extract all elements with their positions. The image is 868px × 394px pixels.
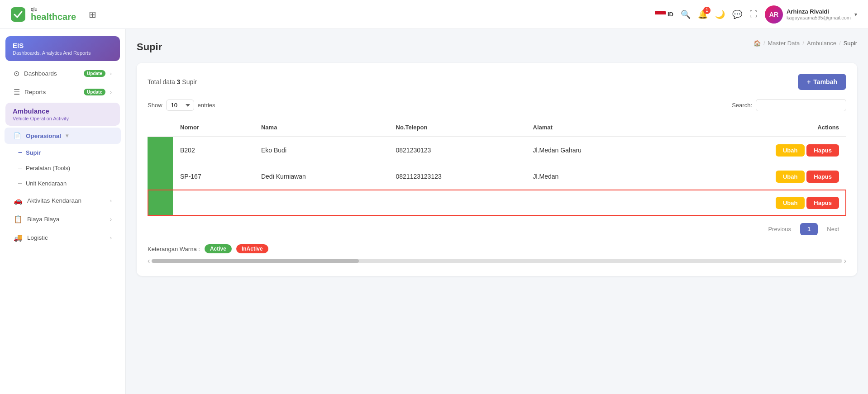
user-info: Arhinza Rivaldi kaguyasama535@gmail.com xyxy=(787,8,851,20)
logo-icon xyxy=(11,7,25,22)
scroll-right-icon[interactable]: › xyxy=(844,257,846,265)
navbar-left: qlu healthcare ⊞ xyxy=(11,7,96,22)
show-entries: Show 10 25 50 100 entries xyxy=(148,100,215,111)
search-icon[interactable]: 🔍 xyxy=(681,9,691,19)
page-title: Supir xyxy=(137,41,162,53)
data-table: Nomor Nama No.Telepon Alamat Actions B20… xyxy=(148,119,846,216)
theme-toggle-icon[interactable]: 🌙 xyxy=(715,9,725,19)
search-input[interactable] xyxy=(756,99,846,111)
biaya-chevron-icon: › xyxy=(110,216,112,223)
ambulance-subtitle: Vehicle Operation Activity xyxy=(13,116,113,121)
reports-icon: ☰ xyxy=(14,88,20,96)
scroll-bar[interactable]: ‹ › xyxy=(148,257,846,265)
search-label: Search: xyxy=(732,102,752,109)
eis-subtitle: Dashboards, Analytics And Reports xyxy=(13,50,113,56)
entries-label: entries xyxy=(198,102,215,109)
reports-badge: Update xyxy=(84,89,105,95)
notification-icon[interactable]: 🔔 1 xyxy=(698,9,708,19)
sidebar-item-operasional[interactable]: 📄 Operasional ▾ xyxy=(5,128,121,144)
avatar: AR xyxy=(765,5,783,24)
next-button[interactable]: Next xyxy=(820,223,846,235)
navbar: qlu healthcare ⊞ ID 🔍 🔔 1 🌙 💬 ⛶ AR Arhin… xyxy=(0,0,868,29)
aktivitas-label: Aktivitas Kendaraan xyxy=(27,197,105,204)
sidebar-item-dashboards[interactable]: ⊙ Dashboards Update › xyxy=(5,65,121,82)
supir-dot-icon: – xyxy=(18,148,22,157)
scroll-thumb xyxy=(152,259,359,263)
page-1-button[interactable]: 1 xyxy=(800,223,818,235)
breadcrumb-master-data[interactable]: Master Data xyxy=(768,40,800,47)
cell-alamat-empty xyxy=(526,190,669,216)
card-top: Total data 3 Supir + Tambah xyxy=(148,74,846,90)
pagination: Previous 1 Next xyxy=(148,223,846,235)
unit-kendaraan-label: Unit Kendaraan xyxy=(26,180,67,187)
cell-actions: Ubah Hapus xyxy=(669,137,846,163)
hapus-button-2[interactable]: Hapus xyxy=(806,171,839,183)
previous-button[interactable]: Previous xyxy=(761,223,798,235)
cell-telepon-empty xyxy=(389,190,526,216)
active-badge: Active xyxy=(205,244,232,253)
sidebar-item-reports[interactable]: ☰ Reports Update › xyxy=(5,83,121,101)
ubah-button-1[interactable]: Ubah xyxy=(776,144,805,157)
table-row: SP-167 Dedi Kurniawan 0821123123123 Jl.M… xyxy=(148,163,846,190)
breadcrumb-ambulance[interactable]: Ambulance xyxy=(807,40,836,47)
supir-label: Supir xyxy=(26,149,41,156)
cell-nomor-empty xyxy=(173,190,254,216)
inactive-badge: InActive xyxy=(236,244,268,253)
table-row-highlighted: Ubah Hapus xyxy=(148,190,846,216)
sidebar-subitem-supir[interactable]: – Supir xyxy=(0,145,125,160)
language-selector[interactable]: ID xyxy=(655,11,673,18)
ambulance-title: Ambulance xyxy=(13,107,113,115)
dashboards-chevron-icon: › xyxy=(110,71,112,77)
user-name: Arhinza Rivaldi xyxy=(787,8,851,15)
dashboards-badge: Update xyxy=(84,70,105,77)
breadcrumb-sep3: / xyxy=(839,40,841,47)
cell-actions-3: Ubah Hapus xyxy=(669,190,846,216)
reports-chevron-icon: › xyxy=(110,89,112,95)
cell-telepon: 0821123123123 xyxy=(389,163,526,190)
keterangan-label: Keterangan Warna : xyxy=(148,246,200,252)
biaya-icon: 📋 xyxy=(14,215,23,223)
scroll-left-icon[interactable]: ‹ xyxy=(148,257,150,265)
hapus-button-1[interactable]: Hapus xyxy=(806,144,839,157)
sidebar-item-biaya-biaya[interactable]: 📋 Biaya Biaya › xyxy=(5,210,121,228)
svg-rect-0 xyxy=(11,7,25,22)
th-telepon: No.Telepon xyxy=(389,119,526,137)
sidebar-subitem-peralatan[interactable]: – Peralatan (Tools) xyxy=(0,160,125,176)
chat-icon[interactable]: 💬 xyxy=(732,9,742,19)
grid-icon[interactable]: ⊞ xyxy=(89,9,96,20)
row-color-bar xyxy=(148,163,173,190)
eis-title: EIS xyxy=(13,42,113,49)
sidebar-subitem-unit-kendaraan[interactable]: – Unit Kendaraan xyxy=(0,176,125,191)
unit-kendaraan-dot-icon: – xyxy=(18,179,22,187)
page-header: Supir 🏠 / Master Data / Ambulance / Supi… xyxy=(137,40,857,54)
ubah-button-2[interactable]: Ubah xyxy=(776,171,805,183)
breadcrumb-current: Supir xyxy=(844,40,857,47)
th-nomor: Nomor xyxy=(173,119,254,137)
th-nama: Nama xyxy=(254,119,389,137)
operasional-icon: 📄 xyxy=(14,132,21,139)
operasional-chevron-icon: ▾ xyxy=(66,133,68,139)
logistic-chevron-icon: › xyxy=(110,235,112,241)
cell-nama: Dedi Kurniawan xyxy=(254,163,389,190)
sidebar-item-logistic[interactable]: 🚚 Logistic › xyxy=(5,229,121,247)
home-icon[interactable]: 🏠 xyxy=(754,40,761,47)
scroll-track xyxy=(152,259,842,263)
logistic-label: Logistic xyxy=(27,234,105,241)
user-section[interactable]: AR Arhinza Rivaldi kaguyasama535@gmail.c… xyxy=(765,5,857,24)
flag-icon xyxy=(655,11,666,18)
cell-telepon: 0821230123 xyxy=(389,137,526,163)
total-text: Total data 3 Supir xyxy=(148,78,197,85)
breadcrumb-sep2: / xyxy=(802,40,804,47)
peralatan-label: Peralatan (Tools) xyxy=(26,165,70,171)
hapus-button-3[interactable]: Hapus xyxy=(806,197,839,209)
show-label: Show xyxy=(148,102,162,109)
th-alamat: Alamat xyxy=(526,119,669,137)
entries-select[interactable]: 10 25 50 100 xyxy=(166,100,194,111)
sidebar-item-aktivitas-kendaraan[interactable]: 🚗 Aktivitas Kendaraan › xyxy=(5,192,121,209)
operasional-label: Operasional xyxy=(26,133,61,139)
breadcrumb: 🏠 / Master Data / Ambulance / Supir xyxy=(754,40,857,47)
cell-nomor: SP-167 xyxy=(173,163,254,190)
ubah-button-3[interactable]: Ubah xyxy=(776,197,805,209)
fullscreen-icon[interactable]: ⛶ xyxy=(749,9,758,19)
tambah-button[interactable]: + Tambah xyxy=(798,74,846,90)
